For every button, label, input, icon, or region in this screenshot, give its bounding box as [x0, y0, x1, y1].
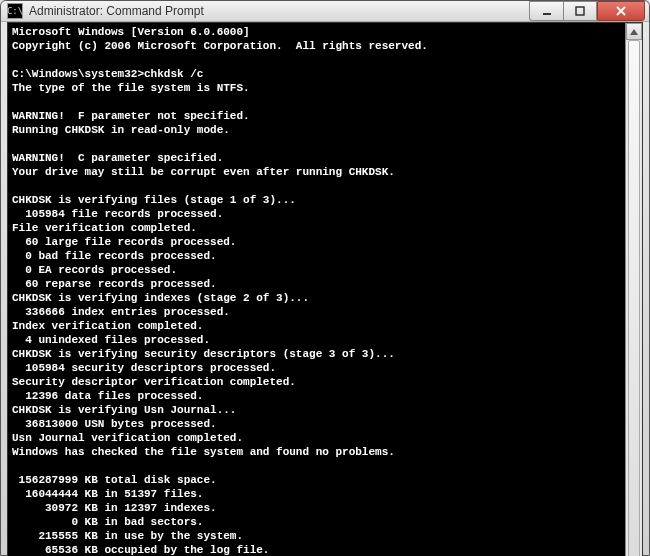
vertical-scrollbar[interactable] [625, 23, 642, 556]
maximize-button[interactable] [563, 1, 597, 21]
svg-rect-1 [576, 7, 584, 15]
scrollbar-thumb[interactable] [628, 40, 640, 556]
command-prompt-window: C:\ Administrator: Command Prompt Micros… [0, 0, 650, 556]
close-button[interactable] [597, 1, 645, 21]
svg-marker-4 [630, 29, 638, 35]
close-icon [615, 6, 627, 16]
window-controls [529, 1, 645, 21]
window-title: Administrator: Command Prompt [29, 4, 529, 18]
scrollbar-track[interactable] [626, 40, 642, 556]
minimize-icon [542, 7, 552, 15]
minimize-button[interactable] [529, 1, 563, 21]
console-output[interactable]: Microsoft Windows [Version 6.0.6000] Cop… [8, 23, 625, 556]
svg-rect-0 [543, 13, 551, 15]
titlebar[interactable]: C:\ Administrator: Command Prompt [1, 1, 649, 22]
maximize-icon [575, 6, 585, 16]
scroll-up-button[interactable] [626, 23, 642, 40]
console-icon: C:\ [7, 3, 23, 19]
client-area: Microsoft Windows [Version 6.0.6000] Cop… [7, 22, 643, 556]
chevron-up-icon [630, 29, 638, 35]
